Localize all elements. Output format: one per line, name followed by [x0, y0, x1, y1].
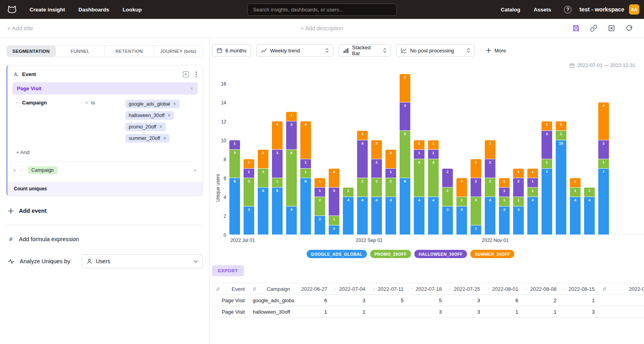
add-and-condition[interactable]: + And [16, 149, 198, 155]
bar-segment-halloween_30off[interactable]: 3 [286, 121, 297, 149]
bar-segment-google_ads_global[interactable]: 1 [329, 225, 339, 234]
save-icon[interactable] [572, 24, 580, 32]
aggregation-row[interactable]: Count uniques [7, 182, 203, 195]
bar-segment-summer_20off[interactable]: 2 [485, 140, 495, 159]
global-search-input[interactable] [247, 4, 397, 16]
bar-segment-google_ads_global[interactable]: 4 [527, 197, 538, 234]
bar-segment-halloween_30off[interactable]: 2 [598, 140, 609, 159]
nav-lookup[interactable]: Lookup [116, 7, 149, 13]
bar-segment-google_ads_global[interactable]: 3 [456, 206, 467, 234]
sort-icon[interactable] [253, 287, 257, 291]
bar-segment-promo_20off[interactable]: 2 [485, 178, 495, 197]
remove-filter-value-icon[interactable]: × [160, 124, 162, 130]
stacked-bar[interactable]: 2224 [485, 140, 495, 234]
bar-segment-promo_20off[interactable]: 2 [357, 178, 368, 197]
post-processing-select[interactable]: No post processing [396, 44, 475, 57]
remove-breakdown-icon[interactable]: × [13, 167, 16, 173]
tab-journey[interactable]: JOURNEY (beta) [154, 46, 203, 57]
column-header[interactable]: Event [212, 283, 249, 295]
more-button[interactable]: More [486, 48, 506, 54]
bar-segment-promo_20off[interactable]: 5 [400, 131, 410, 178]
bar-segment-promo_20off[interactable]: 1 [272, 178, 283, 187]
column-header[interactable]: 2022-07-25 [446, 283, 484, 295]
sort-icon[interactable] [450, 287, 451, 291]
bar-segment-promo_20off[interactable]: 1 [513, 197, 524, 206]
bar-segment-summer_20off[interactable]: 1 [570, 178, 581, 187]
legend-chip[interactable]: GOOGLE_ADS_GLOBAL [307, 250, 367, 258]
filter-value-tag[interactable]: halloween_30off× [125, 111, 174, 120]
stacked-bar[interactable]: 1424 [357, 130, 368, 234]
filter-value-tag[interactable]: promo_20off× [125, 123, 166, 131]
date-window-button[interactable]: 6 months [212, 44, 251, 57]
bar-segment-google_ads_global[interactable]: 6 [300, 178, 311, 234]
bar-segment-google_ads_global[interactable]: 7 [542, 169, 552, 234]
bar-segment-halloween_30off[interactable]: 3 [272, 150, 283, 178]
nav-create-insight[interactable]: Create insight [23, 7, 72, 13]
column-header[interactable]: 2022-07-18 [408, 283, 446, 295]
bar-segment-google_ads_global[interactable]: 5 [258, 188, 268, 234]
bar-segment-summer_20off[interactable]: 4 [598, 102, 609, 140]
bar-segment-promo_20off[interactable]: 2 [371, 178, 382, 197]
bar-segment-promo_20off[interactable]: 3 [471, 197, 481, 225]
bar-segment-promo_20off[interactable]: 6 [286, 150, 297, 206]
bar-segment-promo_20off[interactable]: 2 [258, 169, 268, 187]
add-formula-button[interactable]: # Add formula expression [8, 236, 203, 242]
remove-event-icon[interactable]: × [190, 86, 193, 91]
column-header[interactable]: 2022-08-15 [560, 283, 599, 295]
bar-segment-summer_20off[interactable]: 2 [385, 150, 396, 168]
sort-icon[interactable] [411, 287, 413, 291]
bar-segment-google_ads_global[interactable]: 2 [315, 216, 325, 234]
bar-segment-promo_20off[interactable]: 1 [499, 197, 510, 206]
selected-event-row[interactable]: Page Visit × [12, 82, 198, 95]
stacked-bar[interactable]: 1144 [428, 140, 439, 234]
chart-type-select[interactable]: Stacked Bar [339, 44, 391, 57]
stacked-bar[interactable]: 1144 [414, 140, 424, 234]
bar-segment-halloween_30off[interactable]: 2 [442, 169, 453, 187]
bar-segment-summer_20off[interactable]: 1 [357, 131, 368, 140]
add-description-field[interactable]: + Add description [301, 25, 343, 32]
add-event-button[interactable]: Add event [8, 208, 203, 214]
nav-dashboards[interactable]: Dashboards [72, 7, 116, 13]
bar-segment-summer_20off[interactable]: 1 [542, 121, 552, 130]
help-icon[interactable]: ? [564, 6, 571, 13]
tab-funnel[interactable]: FUNNEL [56, 46, 105, 57]
remove-filter-value-icon[interactable]: × [173, 101, 176, 107]
bar-segment-promo_20off[interactable]: 2 [442, 188, 453, 206]
bar-segment-promo_20off[interactable]: 1 [343, 188, 354, 197]
nav-assets[interactable]: Assets [527, 7, 558, 13]
workspace-name[interactable]: test - workspace [579, 6, 624, 13]
column-header[interactable]: 2022-08-08 [522, 283, 560, 295]
bar-segment-promo_20off[interactable]: 1 [570, 188, 581, 197]
stacked-bar[interactable]: 1133 [244, 159, 254, 234]
link-icon[interactable] [590, 24, 597, 32]
bar-segment-halloween_30off[interactable]: 1 [499, 188, 510, 197]
bar-segment-promo_20off[interactable]: 1 [556, 131, 566, 140]
filter-value-tag[interactable]: google_ads_global× [125, 100, 180, 108]
bar-segment-summer_20off[interactable]: 1 [513, 169, 524, 178]
bar-segment-halloween_30off[interactable]: 1 [300, 159, 311, 168]
bar-segment-promo_20off[interactable]: 1 [300, 169, 311, 178]
bar-segment-google_ads_global[interactable]: 1 [471, 225, 481, 234]
bar-segment-promo_20off[interactable]: 2 [315, 197, 325, 216]
bar-segment-google_ads_global[interactable]: 4 [584, 197, 595, 234]
bar-segment-halloween_30off[interactable]: 3 [329, 188, 339, 216]
stacked-bar[interactable]: 2224 [371, 140, 382, 234]
breakdown-property[interactable]: Campaign [28, 166, 58, 174]
stacked-bar[interactable]: 4116 [300, 121, 311, 234]
legend-chip[interactable]: SUMMER_20OFF [470, 250, 514, 258]
stacked-bar[interactable]: 3315 [272, 121, 283, 234]
bar-segment-summer_20off[interactable]: 3 [272, 121, 283, 149]
bar-segment-google_ads_global[interactable]: 4 [357, 197, 368, 234]
column-header[interactable]: 2022-08-22 [599, 283, 644, 295]
bar-segment-google_ads_global[interactable]: 4 [385, 197, 396, 234]
bar-segment-summer_20off[interactable]: 1 [556, 121, 566, 130]
stacked-bar[interactable]: 2124 [385, 149, 396, 234]
bar-segment-google_ads_global[interactable]: 3 [244, 206, 254, 234]
bar-segment-promo_20off[interactable]: 4 [414, 159, 424, 197]
bar-segment-halloween_30off[interactable]: 2 [471, 178, 481, 197]
legend-chip[interactable]: HALLOWEEN_30OFF [414, 250, 467, 258]
column-header[interactable]: Campaign [249, 283, 294, 295]
remove-filter-value-icon[interactable]: × [168, 113, 170, 118]
stacked-bar[interactable]: 14 [343, 187, 354, 234]
bar-segment-google_ads_global[interactable]: 4 [371, 197, 382, 234]
